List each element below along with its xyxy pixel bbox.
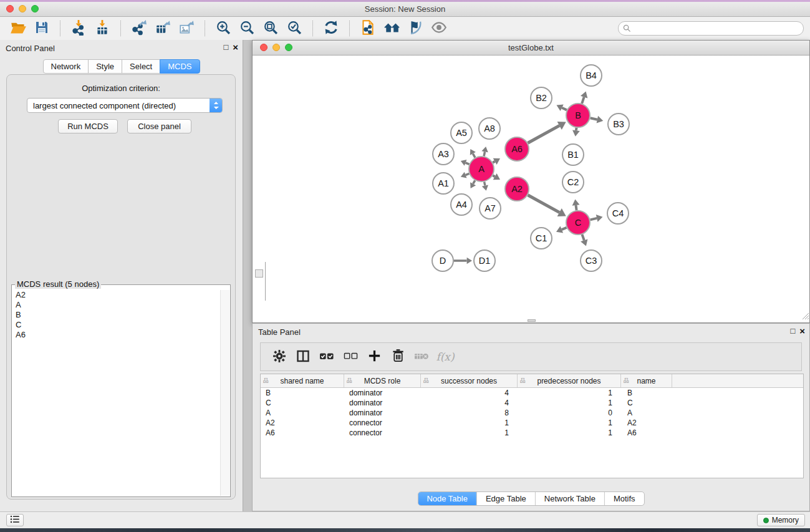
home-button[interactable] <box>380 19 403 38</box>
edge-A-A5[interactable] <box>473 153 475 157</box>
table-row[interactable]: A6connector11A6 <box>261 428 803 438</box>
cell-predecessor-nodes[interactable]: 1 <box>518 388 621 398</box>
table-row[interactable]: Cdominator41C <box>261 398 803 408</box>
zoom-selected-button[interactable] <box>283 19 306 38</box>
memory-button[interactable]: Memory <box>757 514 805 526</box>
edge-C-C4[interactable] <box>591 218 597 220</box>
cell-name[interactable]: A <box>621 408 672 418</box>
cell-predecessor-nodes[interactable]: 0 <box>518 408 621 418</box>
cell-MCDS-role[interactable]: connector <box>344 428 421 438</box>
float-panel-icon[interactable]: □ <box>223 42 228 52</box>
result-item[interactable]: A6 <box>14 330 219 340</box>
add-column-button[interactable] <box>365 347 383 367</box>
deselect-all-button[interactable] <box>342 347 359 367</box>
edge-B-B1[interactable] <box>576 128 577 131</box>
result-item[interactable]: C <box>14 320 219 330</box>
cell-shared-name[interactable]: A6 <box>261 428 344 438</box>
cell-shared-name[interactable]: C <box>261 398 344 408</box>
delete-column-button[interactable] <box>389 347 407 367</box>
show-columns-button[interactable] <box>294 347 312 367</box>
table-row[interactable]: A2connector11A2 <box>261 418 803 428</box>
edge-C-C3[interactable] <box>582 235 584 241</box>
tab-motifs[interactable]: Motifs <box>604 492 644 505</box>
cell-name[interactable]: C <box>621 398 672 408</box>
cell-successor-nodes[interactable]: 1 <box>421 428 518 438</box>
import-network-button[interactable] <box>67 19 90 38</box>
cell-successor-nodes[interactable]: 4 <box>421 398 518 408</box>
close-panel-icon[interactable]: × <box>233 43 238 51</box>
cell-shared-name[interactable]: A <box>261 408 344 418</box>
console-button[interactable] <box>6 514 24 526</box>
edge-A-A2[interactable] <box>493 175 494 177</box>
cell-predecessor-nodes[interactable]: 1 <box>518 418 621 428</box>
edge-A-A3[interactable] <box>466 163 470 164</box>
cell-name[interactable]: B <box>621 388 672 398</box>
cell-successor-nodes[interactable]: 4 <box>421 388 518 398</box>
hide-graphics-details-button[interactable] <box>404 19 427 38</box>
cell-MCDS-role[interactable]: dominator <box>344 408 421 418</box>
column-header-MCDS-role[interactable]: 品MCDS role <box>344 374 421 387</box>
refresh-button[interactable] <box>320 19 342 38</box>
table-row[interactable]: Adominator80A <box>261 408 803 418</box>
zoom-in-button[interactable] <box>212 19 234 38</box>
network-from-file-button[interactable] <box>357 19 379 38</box>
edge-C-C1[interactable] <box>562 228 567 230</box>
search-box[interactable] <box>618 21 804 36</box>
tab-node-table[interactable]: Node Table <box>418 492 476 505</box>
network-window-titlebar[interactable]: testGlobe.txt <box>253 41 809 56</box>
cell-name[interactable]: A6 <box>621 428 672 438</box>
cell-predecessor-nodes[interactable]: 1 <box>518 428 621 438</box>
edge-A-A8[interactable] <box>484 152 485 156</box>
edge-A-A6[interactable] <box>493 162 494 163</box>
edge-A-A1[interactable] <box>466 173 470 175</box>
import-table-button[interactable] <box>91 19 113 38</box>
tab-network-table[interactable]: Network Table <box>535 492 604 505</box>
column-header-predecessor-nodes[interactable]: 品predecessor nodes <box>518 374 621 387</box>
edge-B-B4[interactable] <box>582 97 584 104</box>
result-item[interactable]: A2 <box>14 290 219 300</box>
table-row[interactable]: Bdominator41B <box>261 388 803 398</box>
edge-C-C2[interactable] <box>576 205 577 210</box>
cell-predecessor-nodes[interactable]: 1 <box>518 398 621 408</box>
result-scrollbar[interactable] <box>220 290 229 496</box>
edge-B-B2[interactable] <box>562 108 567 110</box>
left-edge-handle[interactable] <box>255 269 263 278</box>
optimization-criterion-select[interactable]: largest connected component (directed) <box>27 98 223 113</box>
resize-grip-icon[interactable] <box>801 311 809 322</box>
column-header-name[interactable]: 品name <box>621 374 672 387</box>
cell-shared-name[interactable]: B <box>261 388 344 398</box>
settings-button[interactable] <box>271 347 288 367</box>
cell-MCDS-role[interactable]: connector <box>344 418 421 428</box>
show-graphics-details-button[interactable] <box>428 19 450 38</box>
tab-network[interactable]: Network <box>42 59 89 74</box>
tab-style[interactable]: Style <box>88 59 122 74</box>
cell-shared-name[interactable]: A2 <box>261 418 344 428</box>
result-item[interactable]: A <box>14 300 219 310</box>
save-session-button[interactable] <box>31 19 53 38</box>
select-all-button[interactable] <box>318 347 335 367</box>
result-item[interactable]: B <box>14 310 219 320</box>
cell-successor-nodes[interactable]: 1 <box>421 418 518 428</box>
export-network-button[interactable] <box>128 19 150 38</box>
network-canvas[interactable]: B4B2BB3A8A5A6A3B1AC2A1A2A4A7C4CC1DD1C3 <box>253 56 809 322</box>
open-file-button[interactable] <box>7 19 29 38</box>
close-table-panel-icon[interactable]: × <box>799 327 805 335</box>
cell-successor-nodes[interactable]: 8 <box>421 408 518 418</box>
export-image-button[interactable] <box>175 19 198 38</box>
edge-A6-B[interactable] <box>528 125 560 143</box>
edge-A-A4[interactable] <box>473 180 475 183</box>
search-input[interactable] <box>635 22 799 34</box>
edge-B-B3[interactable] <box>591 118 597 120</box>
edge-A-A7[interactable] <box>485 182 485 186</box>
zoom-out-button[interactable] <box>236 19 258 38</box>
cell-MCDS-role[interactable]: dominator <box>344 398 421 408</box>
bottom-edge-handle[interactable] <box>528 319 536 322</box>
cell-name[interactable]: A2 <box>621 418 672 428</box>
column-header-shared-name[interactable]: 品shared name <box>261 374 344 387</box>
export-table-button[interactable] <box>152 19 174 38</box>
close-panel-button[interactable]: Close panel <box>127 119 191 133</box>
float-table-panel-icon[interactable]: □ <box>790 326 795 336</box>
run-mcds-button[interactable]: Run MCDS <box>58 119 118 133</box>
column-header-successor-nodes[interactable]: 品successor nodes <box>421 374 518 387</box>
tab-mcds[interactable]: MCDS <box>160 59 200 74</box>
